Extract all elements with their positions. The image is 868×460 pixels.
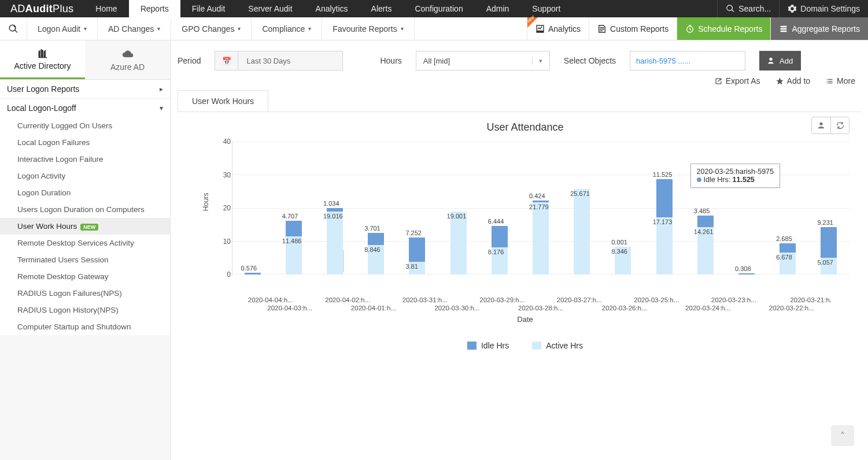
custom-reports-icon	[597, 24, 607, 34]
section1-label: User Logon Reports	[7, 84, 79, 94]
sidebar-item-remote-desktop-services-activity[interactable]: Remote Desktop Services Activity	[0, 235, 170, 251]
bar-2020-04-04:h...[interactable]: 0.576	[232, 273, 273, 274]
refresh-chart-icon[interactable]	[830, 117, 849, 133]
scroll-top-button[interactable]: ˄	[831, 425, 854, 446]
sidebar-item-computer-startup-and-shutdown[interactable]: Computer Startup and Shutdown	[0, 318, 170, 335]
section-user-logon-reports[interactable]: User Logon Reports ▸	[0, 80, 170, 99]
sidebar-item-radius-logon-failures-nps-[interactable]: RADIUS Logon Failures(NPS)	[0, 285, 170, 302]
topnav-file-audit[interactable]: File Audit	[180, 0, 237, 17]
sub-nav: Logon Audit▾AD Changes▾GPO Changes▾Compl…	[0, 17, 868, 40]
objects-label: Select Objects	[564, 56, 616, 65]
bar-2020-03-22:h...[interactable]: 2.6856.678	[767, 243, 808, 274]
svg-point-2	[769, 58, 772, 61]
bar-2020-03-27:h...[interactable]: 25.671	[562, 189, 603, 274]
more-icon	[825, 77, 834, 86]
topnav-home[interactable]: Home	[84, 0, 128, 17]
bar-2020-04-03:h...[interactable]: 4.70711.486	[273, 221, 314, 274]
xtick: 2020-04-01:h...	[332, 305, 416, 311]
sidebar-item-users-logon-duration-on-computers[interactable]: Users Logon Duration on Computers	[0, 201, 170, 218]
chart-tab[interactable]: User Work Hours	[178, 90, 268, 112]
sidebar-list: Currently Logged On UsersLocal Logon Fai…	[0, 117, 170, 335]
aggregate-reports-button[interactable]: Aggregate Reports	[770, 17, 868, 40]
bar-2020-03-24:h...[interactable]: 3.48514.261	[685, 216, 726, 274]
topnav-configuration[interactable]: Configuration	[403, 0, 474, 17]
xtick: 2020-04-02:h...	[309, 296, 387, 303]
tab-active-directory[interactable]: Active Directory	[0, 40, 85, 79]
sidebar-item-logon-duration[interactable]: Logon Duration	[0, 184, 170, 201]
custom-reports-button[interactable]: Custom Reports	[589, 17, 677, 40]
hours-value: All [mid]	[416, 57, 532, 65]
period-label: Period	[178, 56, 201, 65]
chart-bars: 0.5764.70711.4861.03419.0163.7018.8467.2…	[232, 142, 849, 274]
subnav-favourite-reports[interactable]: Favourite Reports▾	[322, 17, 414, 40]
topnav-alerts[interactable]: Alerts	[360, 0, 404, 17]
section-local-logon-logoff[interactable]: Local Logon-Logoff ▾	[0, 99, 170, 117]
swatch-idle	[467, 342, 477, 350]
sidebar-item-currently-logged-on-users[interactable]: Currently Logged On Users	[0, 117, 170, 134]
bar-2020-03-31:h...[interactable]: 7.2523.81	[397, 238, 438, 274]
subnav-left: Logon Audit▾AD Changes▾GPO Changes▾Compl…	[0, 17, 415, 40]
topnav-tabs: HomeReportsFile AuditServer AuditAnalyti…	[84, 0, 572, 17]
export-button[interactable]: Export As	[714, 76, 760, 86]
sidebar-item-user-work-hours[interactable]: User Work HoursNEW	[0, 218, 170, 235]
subnav-logon-audit[interactable]: Logon Audit▾	[27, 17, 98, 40]
more-button[interactable]: More	[825, 76, 855, 86]
chevron-down-icon: ▾	[160, 104, 163, 112]
sidebar-item-logon-activity[interactable]: Logon Activity	[0, 168, 170, 184]
xtick: 2020-03-26:h...	[582, 305, 666, 311]
main-content: ◂ Period 📅 Last 30 Days Hours All [mid] …	[171, 40, 868, 460]
hours-label: Hours	[380, 56, 401, 65]
xtick: 2020-04-04:h...	[232, 296, 309, 303]
cloud-icon	[120, 49, 136, 60]
topnav-analytics[interactable]: Analytics	[304, 0, 360, 17]
objects-input[interactable]: harish-5975 ......	[630, 51, 745, 71]
addto-label: Add to	[787, 76, 810, 86]
sidebar-item-terminated-users-session[interactable]: Terminated Users Session	[0, 251, 170, 268]
bar-2020-03-23:h...[interactable]: 0.308	[726, 273, 767, 274]
bar-2020-03-30:h...[interactable]: 19.001	[438, 212, 479, 274]
bar-2020-03-26:h...[interactable]: 0.0018.346	[603, 247, 644, 274]
analytics-button[interactable]: Analytics	[527, 17, 589, 40]
subnav-ad-changes[interactable]: AD Changes▾	[98, 17, 171, 40]
chart-tooltip: 2020-03-25:harish-5975 Idle Hrs: 11.525	[690, 164, 780, 188]
bar-2020-04-02:h...[interactable]: 1.03419.016	[314, 208, 355, 274]
sidebar-item-remote-desktop-gateway[interactable]: Remote Desktop Gateway	[0, 268, 170, 285]
report-search-icon[interactable]	[0, 17, 27, 40]
sidebar-item-interactive-logon-failure[interactable]: Interactive Logon Failure	[0, 151, 170, 168]
add-to-button[interactable]: Add to	[775, 76, 810, 86]
top-nav: ADAudit Plus HomeReportsFile AuditServer…	[0, 0, 868, 17]
hours-select[interactable]: All [mid] ▾	[416, 51, 550, 71]
bar-2020-04-01:h...[interactable]: 3.7018.846	[356, 233, 397, 274]
bar-2020-03-28:h...[interactable]: 0.42421.779	[520, 201, 561, 274]
legend-active[interactable]: Active Hrs	[532, 341, 583, 350]
gear-icon	[788, 4, 797, 13]
topnav-support[interactable]: Support	[520, 0, 572, 17]
subnav-gpo-changes[interactable]: GPO Changes▾	[171, 17, 252, 40]
x-axis-label: Date	[201, 315, 849, 324]
topnav-admin[interactable]: Admin	[475, 0, 521, 17]
search-label: Search...	[738, 4, 771, 13]
user-view-icon[interactable]	[812, 117, 830, 133]
xtick: 2020-03-29:h...	[464, 296, 541, 303]
tab-azure-ad[interactable]: Azure AD	[85, 40, 170, 79]
period-value: Last 30 Days	[238, 51, 342, 70]
legend-idle[interactable]: Idle Hrs	[467, 341, 509, 350]
add-button[interactable]: Add	[759, 51, 801, 71]
bar-2020-03-21:h.[interactable]: 9.2315.057	[808, 227, 849, 274]
sidebar-item-local-logon-failures[interactable]: Local Logon Failures	[0, 134, 170, 151]
domain-settings-link[interactable]: Domain Settings	[779, 0, 868, 17]
schedule-reports-button[interactable]: Schedule Reports	[677, 17, 770, 40]
bar-2020-03-29:h...[interactable]: 6.4448.176	[479, 226, 520, 274]
new-badge: NEW	[80, 224, 98, 231]
topnav-reports[interactable]: Reports	[129, 0, 180, 17]
svg-point-0	[14, 25, 16, 27]
topnav-server-audit[interactable]: Server Audit	[237, 0, 304, 17]
brand-suffix: Plus	[53, 3, 73, 15]
period-picker[interactable]: 📅 Last 30 Days	[215, 51, 343, 71]
subnav-compliance[interactable]: Compliance▾	[252, 17, 322, 40]
search-link[interactable]: Search...	[717, 0, 779, 17]
chart-area: User Attendance Hours 010203040 0.5764.7…	[178, 112, 861, 362]
sidebar-item-radius-logon-history-nps-[interactable]: RADIUS Logon History(NPS)	[0, 302, 170, 318]
more-label: More	[837, 76, 855, 86]
bar-2020-03-25:h...[interactable]: 11.52517.173	[644, 179, 685, 274]
